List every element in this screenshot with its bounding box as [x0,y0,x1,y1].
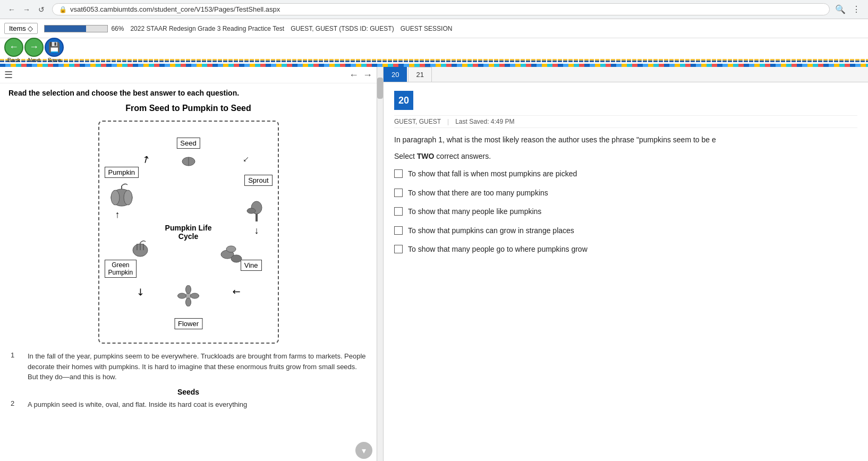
pane-forward-button[interactable]: → [363,70,372,81]
progress-bar-inner [45,25,86,32]
answer-option-b[interactable]: To show that there are too many pumpkins [394,188,857,199]
next-btn-group: → Next [24,38,44,63]
sprout-image [246,196,267,224]
svg-point-12 [190,293,199,298]
greenpumpkin-image [129,238,152,261]
answer-option-a[interactable]: To show that fall is when most pumpkins … [394,169,857,180]
back-button[interactable]: ← [4,38,23,57]
answer-text-e: To show that many people go to where pum… [408,244,588,255]
pane-back-button[interactable]: ← [349,70,359,81]
save-btn-group: 💾 Save [45,38,64,63]
seed-image [178,151,199,174]
flower-image [176,285,200,308]
para-2-number: 2 [11,399,21,410]
diagram-label-greenpumpkin: GreenPumpkin [105,260,137,278]
tab-question-20[interactable]: 20 [384,67,407,82]
q-user-name: GUEST, GUEST [394,118,441,125]
progress-container: 66% [44,25,124,32]
answer-text-d: To show that pumpkins can grow in strang… [408,226,574,236]
arrow-pumpkin-seed: ↗ [139,152,152,167]
back-label: Back [7,57,20,63]
checkbox-c[interactable] [394,207,403,216]
q-last-saved: Last Saved: 4:49 PM [455,118,514,125]
scroll-down-container: ▾ [0,440,377,461]
next-button[interactable]: → [24,38,44,57]
checkbox-b[interactable] [394,189,403,197]
answer-options-container: To show that fall is when most pumpkins … [394,169,857,255]
items-button[interactable]: Items ◇ [4,23,38,34]
url-text: vsat6053.cambiumtds.com/student_core/V15… [70,5,280,13]
answer-option-c[interactable]: To show that many people like pumpkins [394,207,857,217]
session-info-text: GUEST SESSION [401,25,453,32]
select-word: Select [394,152,415,160]
save-label: Save [47,57,61,63]
svg-point-6 [231,255,242,262]
passage-instruction: Read the selection and choose the best a… [8,89,368,97]
question-body: 20 GUEST, GUEST | Last Saved: 4:49 PM In… [384,82,868,272]
progress-percent-text: 66% [111,25,124,32]
save-button[interactable]: 💾 [45,38,64,57]
nav-row: ← Back → Next 💾 Save [0,38,868,64]
svg-point-4 [247,208,256,214]
browser-reload-button[interactable]: ↺ [35,3,48,16]
browser-nav-buttons: ← → ↺ [5,3,48,16]
answer-text-c: To show that many people like pumpkins [408,207,541,217]
answer-option-d[interactable]: To show that pumpkins can grow in strang… [394,226,857,236]
checkbox-a[interactable] [394,169,403,178]
svg-point-18 [111,190,120,205]
vine-image [219,244,246,269]
arrow-vine-flower: ↙ [229,285,243,298]
pumpkin-image [107,183,137,211]
progress-bar-outer [44,25,108,32]
user-info-text: GUEST, GUEST (TSDS ID: GUEST) [291,25,394,32]
tab-question-21[interactable]: 21 [408,67,431,82]
question-text: In paragraph 1, what is the most likely … [394,134,857,146]
left-pane-toolbar: ☰ ← → [0,67,377,83]
arrow-sprout-vine: ↓ [254,225,259,236]
left-content: Read the selection and choose the best a… [0,83,377,440]
select-rest: correct answers. [436,152,491,160]
scrollbar-thumb[interactable] [377,78,383,99]
diagram-label-pumpkin: Pumpkin [105,167,139,178]
paragraph-container: 1 In the fall of the year, pumpkins seem… [8,351,368,409]
browser-right-icons: 🔍 ⋮ [834,3,863,16]
main-layout: ☰ ← → Read the selection and choose the … [0,67,868,461]
checkbox-d[interactable] [394,226,403,235]
scroll-down-button[interactable]: ▾ [355,442,372,459]
next-label: Next [28,57,40,63]
lock-icon: 🔒 [59,6,67,13]
question-tabs: 20 21 [384,67,868,82]
svg-point-10 [185,298,191,306]
diagram-container: Pumpkin Life Cycle Seed ↓ [8,121,368,344]
browser-back-button[interactable]: ← [5,3,18,16]
q-meta-divider: | [447,118,449,125]
paragraph-2-row: 2 A pumpkin seed is white, oval, and fla… [11,399,366,410]
diagram-title: Pumpkin Life Cycle [165,224,212,241]
question-meta: GUEST, GUEST | Last Saved: 4:49 PM [394,115,857,128]
diagram-box: Pumpkin Life Cycle Seed ↓ [98,121,279,344]
passage-title: From Seed to Pumpkin to Seed [8,104,368,113]
svg-point-19 [124,190,132,205]
arrow-seed-sprout: ↓ [240,153,251,165]
select-bold-word: TWO [417,152,435,160]
hamburger-menu-button[interactable]: ☰ [4,69,13,81]
browser-menu-button[interactable]: ⋮ [850,3,863,16]
answer-text-a: To show that fall is when most pumpkins … [408,169,577,180]
answer-text-b: To show that there are too many pumpkins [408,188,548,199]
address-bar[interactable]: 🔒 vsat6053.cambiumtds.com/student_core/V… [52,3,830,15]
diagram-label-sprout: Sprout [244,175,272,186]
scrollbar[interactable] [377,67,384,461]
browser-search-button[interactable]: 🔍 [834,3,847,16]
section-seeds-heading: Seeds [11,388,366,396]
svg-point-9 [185,285,191,294]
test-info-text: 2022 STAAR Redesign Grade 3 Reading Prac… [130,25,284,32]
para-2-text: A pumpkin seed is white, oval, and flat.… [28,399,247,410]
answer-option-e[interactable]: To show that many people go to where pum… [394,244,857,255]
browser-forward-button[interactable]: → [20,3,33,16]
para-1-text: In the fall of the year, pumpkins seem t… [28,351,366,382]
svg-point-7 [226,246,236,252]
arrow-flower-greenpumpkin: ↙ [133,285,147,298]
diagram-label-flower: Flower [174,318,202,329]
diagram-label-seed: Seed [176,138,200,149]
checkbox-e[interactable] [394,245,403,253]
